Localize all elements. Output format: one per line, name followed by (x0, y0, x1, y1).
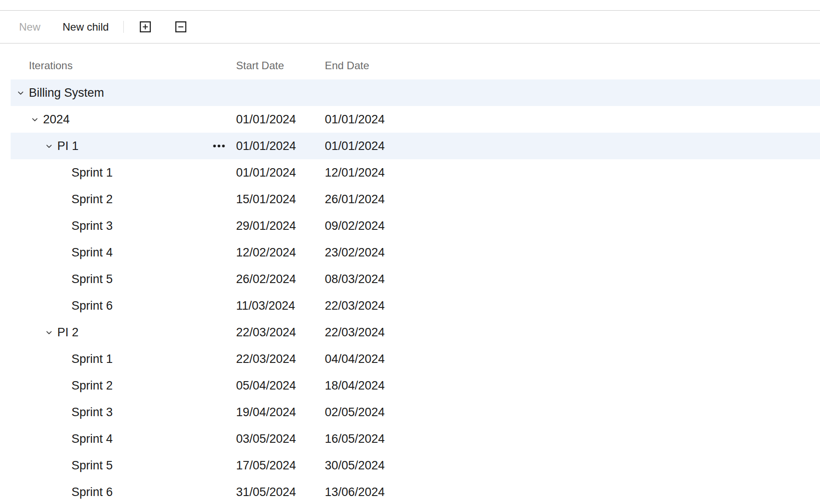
row-label: 2024 (43, 113, 70, 126)
chevron-down-icon[interactable] (45, 142, 57, 150)
row-name-cell: Sprint 1 (11, 346, 236, 372)
row-name-cell: Sprint 3 (11, 399, 236, 425)
new-button[interactable]: New (19, 22, 40, 32)
iterations-tree-table: Iterations Start Date End Date Billing S… (0, 43, 820, 504)
tree-row[interactable]: Sprint 5 26/02/2024 08/03/2024 (11, 266, 820, 292)
end-date-cell: 12/01/2024 (325, 166, 820, 180)
tree-row[interactable]: Sprint 1 22/03/2024 04/04/2024 (11, 346, 820, 372)
start-date-cell: 22/03/2024 (236, 352, 325, 366)
chevron-down-icon[interactable] (17, 89, 29, 97)
tree-indent (17, 279, 59, 280)
row-label: Sprint 6 (71, 485, 113, 499)
chevron-down-icon[interactable] (59, 169, 71, 177)
tree-indent (17, 332, 45, 333)
end-date-cell: 08/03/2024 (325, 272, 820, 286)
tree-indent (17, 439, 59, 439)
start-date-cell: 17/05/2024 (236, 459, 325, 472)
tree-indent (17, 226, 59, 226)
tree-indent (17, 306, 59, 306)
tree-row[interactable]: Sprint 3 29/01/2024 09/02/2024 (11, 213, 820, 239)
chevron-down-icon[interactable] (59, 435, 71, 443)
chevron-down-icon[interactable] (59, 355, 71, 363)
chevron-down-icon[interactable] (59, 249, 71, 256)
row-name-cell: PI 2 (11, 319, 236, 346)
tree-indent (17, 252, 59, 253)
ellipsis-icon (213, 144, 225, 148)
start-date-cell: 01/01/2024 (236, 166, 325, 180)
column-header-iterations: Iterations (11, 59, 236, 72)
tree-row[interactable]: PI 2 22/03/2024 22/03/2024 (11, 319, 820, 346)
start-date-cell: 12/02/2024 (236, 246, 325, 260)
row-name-cell: Billing System (11, 79, 236, 106)
row-label: Sprint 2 (71, 193, 113, 206)
tree-indent (17, 173, 59, 173)
chevron-down-icon[interactable] (31, 116, 43, 123)
start-date-cell: 03/05/2024 (236, 432, 325, 446)
tree-row[interactable]: Sprint 4 12/02/2024 23/02/2024 (11, 239, 820, 266)
row-label: Sprint 1 (71, 166, 113, 180)
row-label: Sprint 2 (71, 379, 113, 393)
chevron-down-icon[interactable] (59, 462, 71, 469)
tree-row[interactable]: Sprint 6 31/05/2024 13/06/2024 (11, 479, 820, 504)
tree-row[interactable]: Sprint 5 17/05/2024 30/05/2024 (11, 452, 820, 479)
end-date-cell: 09/02/2024 (325, 219, 820, 233)
toolbar-divider (123, 21, 124, 33)
minus-square-icon (175, 21, 186, 32)
chevron-down-icon[interactable] (59, 382, 71, 390)
row-label: Sprint 5 (71, 272, 113, 286)
row-label: Billing System (29, 86, 104, 100)
chevron-down-icon[interactable] (59, 409, 71, 416)
start-date-cell: 01/01/2024 (236, 113, 325, 126)
tree-indent (17, 412, 59, 413)
row-name-cell: Sprint 6 (11, 292, 236, 319)
new-child-button[interactable]: New child (63, 22, 109, 32)
row-label: PI 1 (57, 139, 79, 153)
tree-row[interactable]: Billing System (11, 79, 820, 106)
tree-indent (17, 359, 59, 359)
start-date-cell: 19/04/2024 (236, 406, 325, 419)
chevron-down-icon[interactable] (59, 276, 71, 283)
row-menu-button[interactable] (211, 142, 227, 150)
row-label: PI 2 (57, 326, 79, 339)
end-date-cell: 18/04/2024 (325, 379, 820, 393)
iterations-rows: Billing System 2024 01/01/2024 (0, 79, 820, 504)
tree-row[interactable]: Sprint 2 05/04/2024 18/04/2024 (11, 372, 820, 399)
plus-square-icon (140, 21, 151, 32)
row-label: Sprint 5 (71, 459, 113, 472)
end-date-cell: 02/05/2024 (325, 406, 820, 419)
tree-indent (17, 146, 45, 146)
end-date-cell: 04/04/2024 (325, 352, 820, 366)
row-name-cell: Sprint 5 (11, 452, 236, 479)
end-date-cell: 22/03/2024 (325, 326, 820, 339)
row-name-cell: Sprint 4 (11, 239, 236, 266)
end-date-cell: 26/01/2024 (325, 193, 820, 206)
row-name-cell: Sprint 2 (11, 186, 236, 213)
chevron-down-icon[interactable] (45, 329, 57, 336)
tree-indent (17, 465, 59, 466)
chevron-down-icon[interactable] (59, 302, 71, 310)
end-date-cell: 01/01/2024 (325, 139, 820, 153)
start-date-cell: 15/01/2024 (236, 193, 325, 206)
start-date-cell: 05/04/2024 (236, 379, 325, 393)
end-date-cell: 16/05/2024 (325, 432, 820, 446)
collapse-all-button[interactable] (175, 21, 186, 32)
tree-indent (17, 492, 59, 492)
row-label: Sprint 4 (71, 432, 113, 446)
tree-row[interactable]: Sprint 4 03/05/2024 16/05/2024 (11, 425, 820, 452)
row-name-cell: Sprint 4 (11, 425, 236, 452)
column-header-end-date: End Date (325, 59, 820, 72)
tree-row[interactable]: PI 1 01/01/2024 01/01/2024 (11, 133, 820, 159)
start-date-cell: 31/05/2024 (236, 485, 325, 499)
tree-row[interactable]: Sprint 3 19/04/2024 02/05/2024 (11, 399, 820, 425)
chevron-down-icon[interactable] (59, 488, 71, 496)
row-name-cell: Sprint 5 (11, 266, 236, 292)
tree-row[interactable]: 2024 01/01/2024 01/01/2024 (11, 106, 820, 133)
chevron-down-icon[interactable] (59, 196, 71, 203)
row-name-cell: Sprint 6 (11, 479, 236, 504)
chevron-down-icon[interactable] (59, 222, 71, 230)
tree-row[interactable]: Sprint 6 11/03/2024 22/03/2024 (11, 292, 820, 319)
row-name-cell: Sprint 3 (11, 213, 236, 239)
tree-row[interactable]: Sprint 1 01/01/2024 12/01/2024 (11, 159, 820, 186)
tree-row[interactable]: Sprint 2 15/01/2024 26/01/2024 (11, 186, 820, 213)
expand-all-button[interactable] (140, 21, 151, 32)
